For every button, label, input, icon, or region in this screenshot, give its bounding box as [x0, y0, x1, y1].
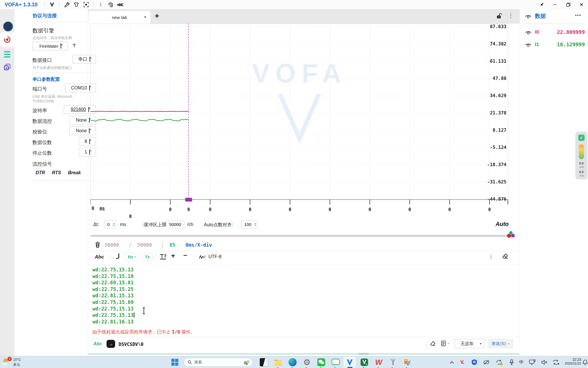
spin-arrows-icon[interactable]: ▲▼ [113, 222, 116, 226]
clock[interactable]: 22:23 2025/11/22 [563, 358, 581, 365]
capture-focus-icon[interactable] [81, 1, 91, 8]
eye-icon[interactable] [525, 42, 532, 48]
vofa-logo-icon[interactable] [47, 1, 57, 8]
data-panel-menu[interactable]: ••• [575, 13, 581, 18]
x-tick-label: 0 [169, 207, 171, 212]
plot-canvas[interactable]: VOFA00000000000 [90, 24, 508, 222]
tray-v-app-icon[interactable]: V● [459, 359, 466, 365]
clear-buffer-trash-icon[interactable] [95, 241, 100, 248]
eye-icon[interactable] [525, 13, 532, 20]
bottom-strip-handle[interactable] [358, 353, 369, 355]
wps-office-icon[interactable]: W [374, 357, 384, 367]
xdiv-value[interactable]: 0ms/X-div [185, 242, 212, 248]
unlock-icon[interactable] [496, 13, 502, 20]
vs-green-app-icon[interactable]: 5 [359, 357, 369, 367]
tray-expand-chevron-icon[interactable] [448, 359, 455, 365]
ime-indicator[interactable]: 中 [518, 359, 525, 365]
font-decrease-button[interactable]: − [183, 251, 187, 259]
dtr-toggle[interactable]: DTR [36, 170, 45, 175]
weather-temp[interactable]: 10°C [13, 358, 21, 362]
cursor-handle[interactable] [185, 198, 192, 202]
abc-format-button[interactable]: Abc [95, 254, 104, 260]
chevron-down-icon: ▼ [479, 342, 482, 345]
encoding-label[interactable]: UTF-8 [208, 254, 221, 259]
tray-rotate-photo-icon[interactable]: ♥ [552, 359, 559, 365]
tray-shield-icon[interactable] [471, 359, 478, 365]
clear-log-eraser-icon[interactable] [502, 253, 509, 259]
timeline-slider[interactable] [90, 235, 515, 237]
vofa-active-indicator [347, 367, 353, 368]
edge-browser-icon[interactable] [288, 357, 297, 367]
messages-app-icon[interactable] [331, 357, 341, 367]
minimize-button[interactable]: ─ [548, 0, 562, 9]
engine-select[interactable]: FireWater▼ [32, 42, 68, 50]
tray-eye-slash-icon[interactable] [483, 359, 490, 365]
buffer-input[interactable]: 50000 [166, 220, 184, 228]
layers-pages-icon[interactable] [3, 63, 11, 71]
settings-gear-icon[interactable]: ⚙ [302, 357, 312, 367]
channel-name[interactable]: I1 [535, 42, 539, 47]
append-mode-select[interactable]: 无追加 ▼ [454, 339, 484, 348]
tray-volume-muted-icon[interactable] [541, 359, 548, 365]
slider-knob-red[interactable] [507, 234, 511, 238]
font-increase-button[interactable]: + [171, 252, 175, 260]
tray-microphone-icon[interactable] [508, 359, 515, 365]
clipper-tool-icon[interactable] [403, 357, 412, 367]
search-input[interactable]: 搜索 [184, 358, 253, 367]
close-button[interactable]: ✕ [575, 0, 588, 9]
notification-bell-icon[interactable]: z [582, 359, 588, 365]
restore-button[interactable] [562, 0, 575, 9]
align-spinbox[interactable]: 100 ▲▼ [241, 220, 257, 228]
text-wrap-icon[interactable] [160, 254, 167, 260]
send-history-icon[interactable] [441, 340, 446, 347]
scroll-pause-icon[interactable] [115, 253, 121, 260]
search-highlight-image[interactable] [243, 359, 251, 366]
channel-name[interactable]: I0 [535, 29, 539, 35]
fingerprint-icon[interactable] [106, 1, 115, 8]
wrench-settings-icon[interactable] [62, 1, 71, 8]
clear-input-eraser-icon[interactable] [430, 340, 436, 347]
tray-display-pen-icon[interactable] [529, 359, 536, 365]
weather-desc[interactable]: 多云 [13, 362, 20, 367]
log-menu-kebab-icon[interactable]: ⋮ [488, 253, 494, 260]
new-tab-button[interactable]: + [155, 12, 159, 20]
tx-filter-button[interactable]: Tx [142, 253, 153, 261]
engine-help-button[interactable]: ? [73, 43, 76, 49]
tab-new-tab[interactable]: new tab × [88, 11, 150, 24]
vofa-app-icon[interactable] [345, 357, 355, 367]
chevron-down-icon[interactable]: ▾ [448, 342, 449, 345]
record-data-icon[interactable] [3, 36, 11, 43]
send-input[interactable] [118, 340, 418, 348]
pin-window-icon[interactable] [535, 0, 548, 9]
file-explorer-icon[interactable] [273, 357, 283, 367]
wechat-icon[interactable] [316, 357, 326, 367]
auto-scale-button[interactable]: Auto [496, 221, 509, 227]
dt-spinbox[interactable]: 0 ▲▼ [104, 220, 116, 228]
x-unit-label[interactable]: ms [100, 206, 105, 211]
rx-filter-button[interactable]: Rx▾ [125, 253, 139, 261]
break-toggle[interactable]: Break [68, 170, 81, 175]
send-format-abc-button[interactable]: Abc [91, 340, 104, 348]
tab-menu-kebab-icon[interactable]: ⋮ [508, 12, 514, 19]
net-speed-widget[interactable]: ✓ 0.0 ↑K/s 0.0 ↓K/s [575, 132, 587, 179]
rts-toggle[interactable]: RTS [52, 170, 61, 175]
x-tick-label: 0 [328, 207, 331, 212]
eye-icon[interactable] [525, 29, 532, 36]
menu-lines-icon[interactable] [4, 51, 10, 52]
waveform-chart[interactable]: VOFA00000000000 87.63374.38261.13147.883… [90, 24, 508, 222]
info-icon[interactable]: i [96, 1, 106, 8]
send-button[interactable]: 发送(S) ▾ [488, 339, 513, 348]
start-button[interactable] [170, 357, 180, 367]
tab-close-icon[interactable]: × [144, 14, 146, 19]
spin-arrows-icon[interactable]: ▲▼ [254, 222, 257, 226]
tray-sync-icon[interactable] [496, 359, 502, 365]
x-tick-label: 0 [448, 207, 451, 212]
connect-button[interactable] [3, 22, 13, 31]
theme-shirt-icon[interactable] [71, 1, 81, 8]
slider-knob-purple[interactable] [511, 234, 515, 237]
collapse-chevrons-icon[interactable]: ⋘ [115, 1, 125, 8]
send-newline-button[interactable]: → [107, 340, 115, 348]
photos-app-icon[interactable] [259, 357, 269, 367]
brush-tool-icon[interactable] [388, 357, 398, 367]
tab-label: new tab [112, 15, 127, 20]
